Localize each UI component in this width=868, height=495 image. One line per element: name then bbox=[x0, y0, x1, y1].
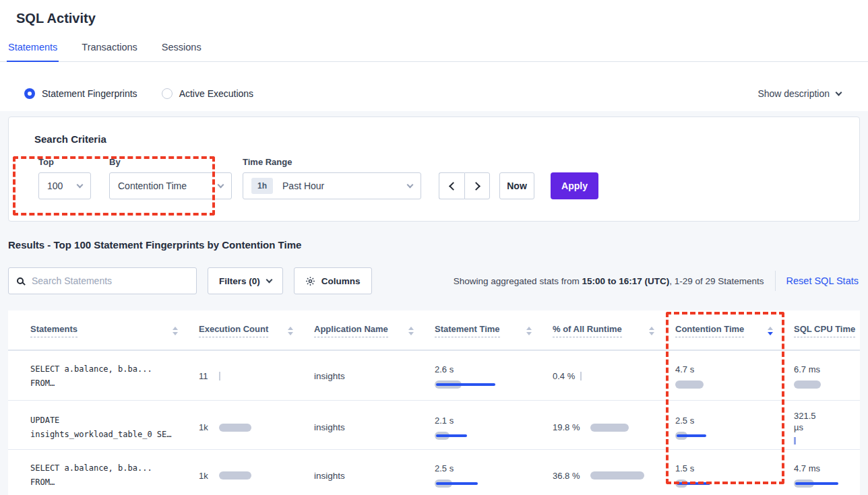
pct-runtime-cell: 0.4 % bbox=[544, 351, 666, 400]
radio-statement-fingerprints[interactable]: Statement Fingerprints bbox=[24, 88, 137, 99]
top-select[interactable]: 100 bbox=[38, 172, 91, 199]
chevron-down-icon bbox=[218, 181, 224, 188]
statement-cell[interactable]: UPDATEinsights_workload_table_0 SE… bbox=[8, 401, 190, 453]
statement-time-bar bbox=[435, 431, 499, 440]
statement-time-cell: 2.5 s bbox=[426, 450, 544, 495]
results-heading: Results - Top 100 Statement Fingerprints… bbox=[8, 239, 868, 251]
column-header-application-name[interactable]: Application Name bbox=[305, 310, 426, 350]
time-next-button[interactable] bbox=[464, 172, 490, 199]
sort-icon[interactable] bbox=[526, 327, 532, 335]
column-header-pct-runtime[interactable]: % of All Runtime bbox=[544, 310, 666, 350]
column-header-contention-time[interactable]: Contention Time bbox=[666, 310, 785, 350]
statement-time-bar bbox=[435, 380, 499, 389]
application-name-cell: insights bbox=[305, 351, 426, 400]
chevron-down-icon bbox=[407, 181, 414, 188]
chevron-down-icon bbox=[836, 89, 842, 96]
statement-cell[interactable]: SELECT a.balance, b.ba...FROM… bbox=[8, 351, 190, 400]
execution-count-cell: 1k bbox=[190, 401, 305, 453]
aggregated-stats-note: Showing aggregated stats from 15:00 to 1… bbox=[454, 276, 764, 286]
radio-active-executions[interactable]: Active Executions bbox=[162, 88, 254, 99]
statement-time-cell: 2.1 s bbox=[426, 401, 544, 453]
tab-transactions[interactable]: Transactions bbox=[80, 42, 138, 61]
contention-time-bar bbox=[675, 479, 740, 488]
execution-count-bar bbox=[219, 471, 259, 480]
search-icon bbox=[17, 277, 24, 284]
sql-cpu-time-cell: 4.7 ms bbox=[785, 450, 865, 495]
sort-icon[interactable] bbox=[649, 327, 654, 335]
time-range-select[interactable]: 1h Past Hour bbox=[243, 172, 421, 199]
chevron-down-icon bbox=[266, 277, 272, 284]
gear-icon bbox=[305, 276, 315, 286]
chevron-right-icon bbox=[472, 182, 480, 191]
radio-selected-icon[interactable] bbox=[24, 88, 35, 99]
by-label: By bbox=[109, 157, 232, 167]
pct-runtime-bar bbox=[590, 471, 652, 480]
radio-unselected-icon[interactable] bbox=[162, 88, 173, 99]
contention-time-bar bbox=[675, 380, 740, 389]
execution-count-cell: 11 bbox=[190, 351, 305, 400]
reset-sql-stats-link[interactable]: Reset SQL Stats bbox=[786, 275, 860, 286]
table-row[interactable]: SELECT a.balance, b.ba...FROM… 1k insigh… bbox=[8, 450, 860, 495]
sql-cpu-time-bar bbox=[794, 437, 796, 444]
search-criteria-title: Search Criteria bbox=[34, 133, 843, 145]
view-toggle-bar: Statement Fingerprints Active Executions… bbox=[0, 76, 868, 111]
column-header-execution-count[interactable]: Execution Count bbox=[190, 310, 305, 350]
statements-table: Statements Execution Count Application N… bbox=[8, 310, 860, 495]
chevron-down-icon bbox=[77, 181, 84, 188]
by-select[interactable]: Contention Time bbox=[109, 172, 232, 199]
sort-icon[interactable] bbox=[288, 327, 293, 335]
pct-runtime-bar bbox=[580, 372, 582, 381]
table-row[interactable]: SELECT a.balance, b.ba...FROM… 11 insigh… bbox=[8, 351, 860, 401]
chevron-left-icon bbox=[449, 182, 458, 191]
results-toolbar: Filters (0) Columns Showing aggregated s… bbox=[8, 267, 860, 294]
now-button[interactable]: Now bbox=[499, 172, 534, 199]
time-range-badge: 1h bbox=[251, 178, 273, 194]
sql-cpu-time-bar bbox=[794, 479, 859, 488]
top-label: Top bbox=[38, 157, 91, 167]
columns-button[interactable]: Columns bbox=[294, 267, 372, 294]
table-header-row: Statements Execution Count Application N… bbox=[8, 310, 860, 351]
statement-cell[interactable]: SELECT a.balance, b.ba...FROM… bbox=[8, 450, 190, 495]
sql-cpu-time-cell: 6.7 ms bbox=[785, 351, 865, 400]
contention-time-cell: 1.5 s bbox=[666, 450, 785, 495]
pct-runtime-bar bbox=[590, 423, 638, 432]
execution-count-bar bbox=[219, 423, 259, 432]
pct-runtime-cell: 36.8 % bbox=[544, 450, 666, 495]
statement-time-bar bbox=[435, 479, 499, 488]
search-criteria-card: Search Criteria Top 100 By Contention Ti… bbox=[8, 117, 860, 222]
tab-statements[interactable]: Statements bbox=[7, 42, 59, 62]
filters-button[interactable]: Filters (0) bbox=[208, 267, 283, 294]
table-row[interactable]: UPDATEinsights_workload_table_0 SE… 1k i… bbox=[8, 401, 860, 450]
search-statements-input[interactable] bbox=[32, 275, 180, 286]
column-header-sql-cpu-time[interactable]: SQL CPU Time bbox=[785, 310, 867, 350]
sort-icon[interactable] bbox=[173, 327, 178, 335]
tab-bar: Statements Transactions Sessions bbox=[0, 42, 868, 62]
time-prev-button[interactable] bbox=[439, 172, 464, 199]
contention-time-bar bbox=[675, 431, 740, 440]
sort-icon[interactable] bbox=[408, 327, 414, 335]
time-range-label: Time Range bbox=[243, 157, 421, 167]
search-statements-box[interactable] bbox=[8, 267, 197, 294]
apply-button[interactable]: Apply bbox=[551, 172, 598, 199]
sort-desc-icon[interactable] bbox=[768, 327, 773, 335]
contention-time-cell: 2.5 s bbox=[666, 401, 785, 453]
column-header-statements[interactable]: Statements bbox=[8, 310, 190, 350]
show-description-toggle[interactable]: Show description bbox=[757, 88, 841, 99]
column-header-statement-time[interactable]: Statement Time bbox=[426, 310, 544, 350]
divider bbox=[775, 271, 776, 291]
statement-time-cell: 2.6 s bbox=[426, 351, 544, 400]
execution-count-bar bbox=[219, 372, 220, 381]
application-name-cell: insights bbox=[305, 450, 426, 495]
application-name-cell: insights bbox=[305, 401, 426, 453]
page-title: SQL Activity bbox=[0, 0, 868, 26]
sql-cpu-time-cell: 321.5 µs bbox=[785, 401, 860, 453]
tab-sessions[interactable]: Sessions bbox=[160, 42, 203, 61]
pct-runtime-cell: 19.8 % bbox=[544, 401, 666, 453]
contention-time-cell: 4.7 s bbox=[666, 351, 785, 400]
execution-count-cell: 1k bbox=[190, 450, 305, 495]
sql-cpu-time-bar bbox=[794, 380, 859, 389]
